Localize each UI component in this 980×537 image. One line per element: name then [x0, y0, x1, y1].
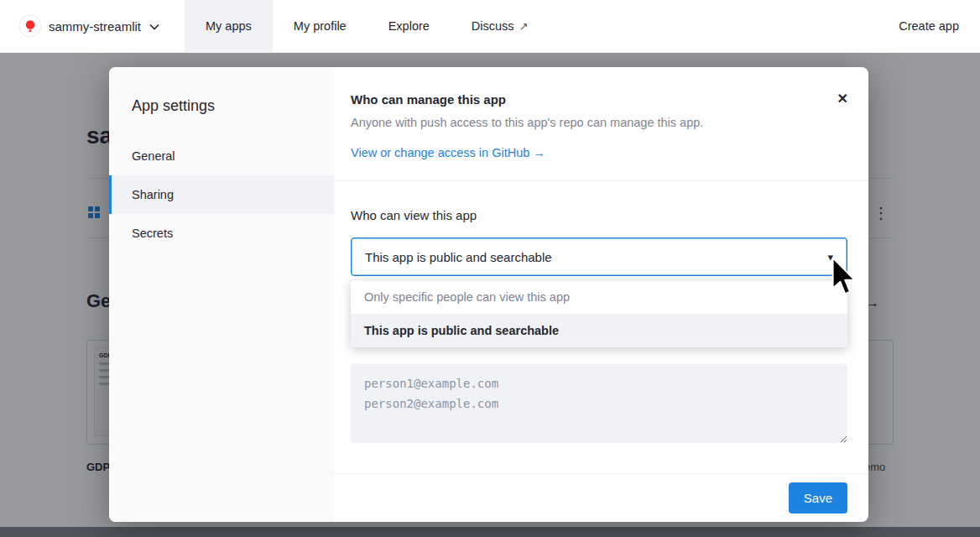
create-app-button[interactable]: Create app	[899, 19, 959, 33]
workspace-name: sammy-streamlit	[49, 19, 141, 34]
settings-nav-sharing[interactable]: Sharing	[109, 175, 334, 214]
visibility-select-value: This app is public and searchable	[365, 250, 552, 264]
primary-nav: My apps My profile Explore Discuss ↗	[185, 0, 550, 52]
save-button[interactable]: Save	[789, 482, 847, 514]
select-caret-icon: ▾	[827, 251, 833, 263]
manage-section: Who can manage this app Anyone with push…	[334, 67, 868, 181]
streamlit-logo	[20, 16, 40, 36]
github-access-link[interactable]: View or change access in GitHub →	[351, 146, 545, 159]
close-icon: ✕	[837, 91, 848, 106]
manage-section-title: Who can manage this app	[351, 92, 847, 107]
view-section: Who can view this app This app is public…	[334, 181, 868, 473]
visibility-select-wrap: This app is public and searchable ▾ Only…	[351, 237, 847, 276]
nav-tab-discuss[interactable]: Discuss ↗	[451, 0, 550, 52]
nav-tab-explore[interactable]: Explore	[368, 0, 451, 52]
visibility-dropdown: Only specific people can view this app T…	[351, 280, 847, 347]
modal-title: App settings	[109, 67, 334, 137]
settings-nav-general[interactable]: General	[109, 137, 334, 175]
nav-tab-my-apps[interactable]: My apps	[185, 0, 273, 52]
chevron-down-icon	[149, 18, 159, 34]
modal-content: Who can manage this app Anyone with push…	[334, 67, 868, 522]
modal-footer: Save	[334, 473, 868, 522]
visibility-select[interactable]: This app is public and searchable ▾	[351, 237, 847, 276]
dropdown-option-specific-people[interactable]: Only specific people can view this app	[351, 280, 847, 314]
top-navbar: sammy-streamlit My apps My profile Explo…	[0, 0, 980, 53]
close-button[interactable]: ✕	[837, 92, 848, 106]
external-link-icon: ↗	[519, 20, 529, 33]
manage-section-description: Anyone with push access to this app's re…	[351, 116, 847, 129]
modal-sidebar: App settings General Sharing Secrets	[109, 67, 334, 522]
dropdown-option-public-searchable[interactable]: This app is public and searchable	[351, 314, 847, 347]
allowed-viewers-textarea[interactable]	[351, 363, 847, 443]
settings-nav-secrets[interactable]: Secrets	[109, 214, 334, 253]
nav-tab-my-profile[interactable]: My profile	[273, 0, 368, 52]
app-settings-modal: App settings General Sharing Secrets Who…	[109, 67, 868, 522]
workspace-switcher[interactable]: sammy-streamlit	[0, 16, 159, 36]
view-section-title: Who can view this app	[351, 208, 847, 222]
